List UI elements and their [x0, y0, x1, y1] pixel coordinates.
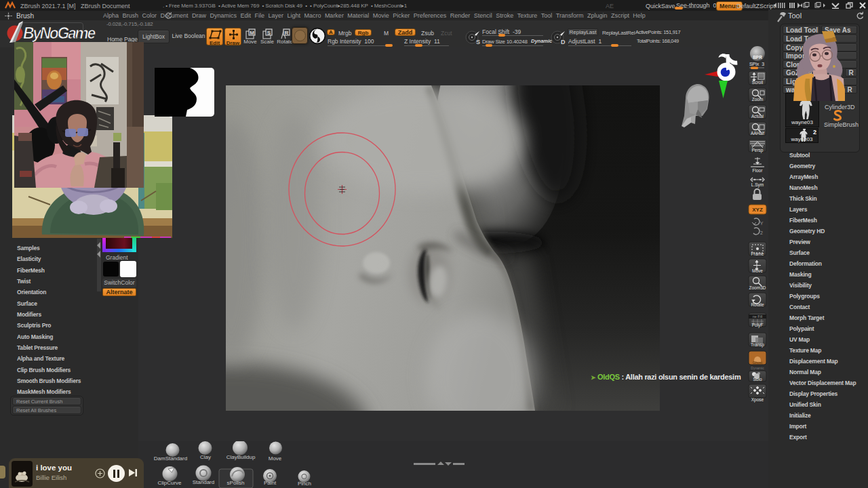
svg-text:Transp: Transp — [751, 342, 764, 348]
svg-text:Dynamic: Dynamic — [751, 366, 764, 370]
svg-text:SPix 3: SPix 3 — [749, 62, 764, 66]
svg-text:ne Fill: ne Fill — [753, 314, 763, 319]
svg-text:Floor: Floor — [753, 168, 764, 173]
svg-text:XYZ: XYZ — [752, 207, 763, 213]
svg-text:Frame: Frame — [751, 251, 764, 256]
svg-text:Solo: Solo — [753, 377, 762, 382]
svg-text:L.Sym: L.Sym — [751, 182, 764, 188]
svg-text:Zoom: Zoom — [752, 97, 764, 102]
svg-text:Move: Move — [752, 268, 763, 273]
svg-text:Persp: Persp — [752, 148, 764, 153]
svg-text:Actual: Actual — [751, 114, 764, 119]
svg-text:Standard: Standard — [193, 479, 214, 485]
svg-text:Zoom3D: Zoom3D — [749, 285, 766, 290]
svg-text:Scroll: Scroll — [752, 80, 764, 85]
svg-text:AAHalf: AAHalf — [751, 131, 764, 136]
svg-text:BPR: BPR — [753, 55, 762, 60]
svg-text:Clay: Clay — [200, 454, 211, 460]
svg-text:R: R — [284, 30, 288, 36]
svg-text:ClipCurve: ClipCurve — [157, 480, 182, 486]
svg-text:sPolish: sPolish — [227, 480, 245, 486]
svg-text:D: D — [561, 39, 566, 45]
svg-text:S: S — [476, 39, 480, 45]
svg-text:2: 2 — [760, 230, 763, 235]
svg-text:Paint: Paint — [264, 480, 277, 486]
svg-text:Move: Move — [269, 455, 282, 462]
svg-text:S: S — [267, 30, 271, 36]
svg-text:Rotate: Rotate — [751, 302, 764, 307]
svg-text:ClayBuildup: ClayBuildup — [226, 454, 256, 460]
svg-text:PolyF: PolyF — [752, 323, 764, 328]
svg-text:Pinch: Pinch — [298, 481, 311, 487]
svg-text:Ghost: Ghost — [753, 361, 763, 365]
svg-text:Y: Y — [760, 221, 764, 226]
svg-text:M: M — [250, 30, 254, 36]
svg-text:DamStandard: DamStandard — [154, 455, 187, 462]
svg-text:Xpose: Xpose — [751, 397, 764, 403]
